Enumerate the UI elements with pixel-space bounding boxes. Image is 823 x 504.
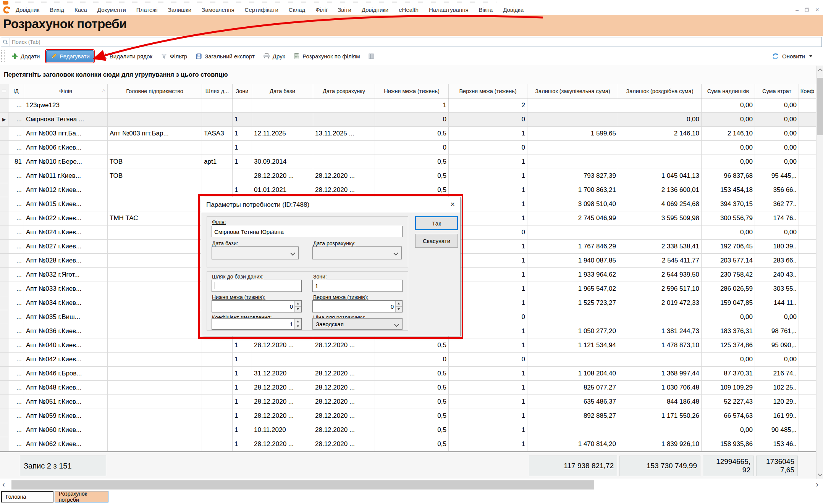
cell-zones[interactable]: 1 — [233, 409, 252, 423]
close-icon[interactable]: × — [815, 6, 819, 13]
cell-koef[interactable] — [799, 282, 816, 296]
cell-upper[interactable]: 1 — [449, 437, 527, 451]
cell-base[interactable]: 30.09.2014 — [252, 155, 313, 169]
cell-base[interactable]: 10.11.2020 — [252, 423, 313, 437]
cell-koef[interactable] — [799, 437, 816, 451]
cell-surplus[interactable]: 153 454,18 — [702, 183, 755, 197]
cell-main[interactable] — [108, 324, 202, 338]
cell-id[interactable]: ... — [8, 183, 24, 197]
table-row[interactable]: ...Апт №051 г.Киев...128.12.2020 ...28.1… — [0, 395, 816, 409]
menu-item-2[interactable]: Вихід — [50, 6, 64, 13]
cell-calc[interactable]: 28.12.2020 ... — [313, 409, 375, 423]
cell-upper[interactable]: 1 — [449, 169, 527, 183]
cell-surplus[interactable]: 66 574,63 — [702, 409, 755, 423]
cell-lower[interactable]: 0 — [375, 353, 449, 366]
column-header-loss[interactable]: Сума втрат — [755, 84, 799, 98]
cell-main[interactable] — [108, 240, 202, 253]
column-header-lower[interactable]: Нижня межа (тижень) — [375, 84, 449, 98]
row-indicator[interactable] — [0, 338, 8, 352]
cell-loss[interactable]: 180 39.. — [755, 240, 799, 253]
cell-branch[interactable]: Апт №042 г.Киев... — [24, 353, 108, 366]
scroll-left-icon[interactable]: ‹ — [2, 480, 5, 489]
cell-base[interactable]: 28.12.2020 ... — [252, 409, 313, 423]
print-button[interactable]: Друк — [261, 51, 286, 62]
cell-base[interactable]: 31.12.2020 — [252, 367, 313, 380]
cell-main[interactable] — [108, 437, 202, 451]
table-row[interactable]: ...Апт №060 г.Киев...110.11.202028.12.20… — [0, 423, 816, 437]
column-header-branch[interactable]: Філія△ — [24, 84, 108, 98]
cell-koef[interactable] — [799, 113, 816, 126]
menu-item-6[interactable]: Залишки — [168, 6, 192, 13]
cell-calc[interactable] — [313, 113, 375, 126]
menu-item-15[interactable]: Вікна — [479, 6, 493, 13]
column-header-base[interactable]: Дата бази — [252, 84, 313, 98]
table-row[interactable]: ...123qwe123120,000,00 — [0, 98, 816, 113]
cell-koef[interactable] — [799, 423, 816, 437]
cell-retail[interactable]: 1 478 873,10 — [618, 338, 702, 352]
scroll-right-icon[interactable]: › — [816, 480, 818, 489]
cell-koef[interactable] — [799, 381, 816, 395]
cell-koef[interactable] — [799, 268, 816, 282]
vertical-scrollbar-thumb[interactable] — [817, 78, 823, 135]
cell-loss[interactable]: 153 46.. — [755, 437, 799, 451]
table-row[interactable]: ...Апт №048 г.Киев...128.12.2020 ...28.1… — [0, 381, 816, 395]
cell-lower[interactable]: 0 — [375, 141, 449, 155]
cell-path[interactable]: apt1 — [202, 155, 233, 169]
table-row[interactable]: 81Апт №010 г.Бере...ТОВapt1130.09.20140,… — [0, 155, 816, 169]
row-indicator[interactable] — [0, 141, 8, 155]
cell-branch[interactable]: Апт №027 г.Киев... — [24, 240, 108, 253]
cell-retail[interactable]: 2 019 472,33 — [618, 296, 702, 310]
menu-item-12[interactable]: Довідники — [362, 6, 388, 13]
export-button[interactable]: Загальний експорт — [194, 51, 256, 62]
cell-upper[interactable]: 1 — [449, 127, 527, 140]
cell-main[interactable] — [108, 98, 202, 112]
cell-id[interactable]: ... — [8, 197, 24, 211]
column-header-id[interactable]: ІД — [8, 84, 24, 98]
column-header-path[interactable]: Шлях д... — [202, 84, 233, 98]
cell-upper[interactable]: 1 — [449, 423, 527, 437]
cell-surplus[interactable]: 0,00 — [702, 98, 755, 112]
cell-surplus[interactable]: 52 227,43 — [702, 395, 755, 409]
cell-surplus[interactable]: 0,00 — [702, 353, 755, 366]
cell-retail[interactable]: 2 545 411,77 — [618, 254, 702, 267]
cell-surplus[interactable]: 0,00 — [702, 310, 755, 324]
cell-main[interactable] — [108, 197, 202, 211]
cell-zones[interactable] — [233, 98, 252, 112]
menu-item-16[interactable]: Довідка — [503, 6, 524, 13]
cell-lower[interactable]: 0,5 — [375, 381, 449, 395]
cell-zones[interactable]: 1 — [233, 141, 252, 155]
menu-item-7[interactable]: Замовлення — [202, 6, 234, 13]
table-row[interactable]: ...Апт №062 г.Киев...128.12.2020 ...28.1… — [0, 437, 816, 451]
cell-id[interactable]: ... — [8, 324, 24, 338]
cell-loss[interactable]: 0,00 — [755, 98, 799, 112]
table-row[interactable]: ...Апт №059 г.Киев...128.12.2020 ...28.1… — [0, 409, 816, 423]
cell-loss[interactable]: 144 11.. — [755, 296, 799, 310]
cell-retail[interactable] — [618, 353, 702, 366]
cell-main[interactable] — [108, 353, 202, 366]
cell-main[interactable] — [108, 268, 202, 282]
cell-purchase[interactable] — [527, 141, 618, 155]
cell-purchase[interactable]: 1 933 964,62 — [527, 268, 618, 282]
cell-lower[interactable]: 0,5 — [375, 127, 449, 140]
cell-surplus[interactable]: 183 376,31 — [702, 324, 755, 338]
cell-retail[interactable]: 1 171 550,26 — [618, 409, 702, 423]
cell-koef[interactable] — [799, 254, 816, 267]
cell-purchase[interactable] — [527, 98, 618, 112]
cell-main[interactable] — [108, 409, 202, 423]
cell-loss[interactable]: 95 445,.. — [755, 169, 799, 183]
cell-koef[interactable] — [799, 338, 816, 352]
cell-branch[interactable]: Апт №022 г.Киев... — [24, 211, 108, 225]
cell-calc[interactable]: 28.12.2020 ... — [313, 381, 375, 395]
search-icon[interactable] — [1, 38, 10, 46]
cell-purchase[interactable]: 2 745 046,99 — [527, 211, 618, 225]
cell-loss[interactable]: 303 55.. — [755, 282, 799, 296]
cell-koef[interactable] — [799, 169, 816, 183]
cell-main[interactable] — [108, 296, 202, 310]
table-row[interactable]: ...Апт №003 пгт.Ба...Апт №003 пгт.Бар...… — [0, 127, 816, 141]
filter-button[interactable]: Фільтр — [159, 51, 189, 62]
cell-loss[interactable]: 356 66.. — [755, 183, 799, 197]
cell-main[interactable] — [108, 395, 202, 409]
cell-lower[interactable]: 0,5 — [375, 367, 449, 380]
menu-item-10[interactable]: Філії — [315, 6, 327, 13]
cell-calc[interactable]: 13.11.2025 ... — [313, 127, 375, 140]
